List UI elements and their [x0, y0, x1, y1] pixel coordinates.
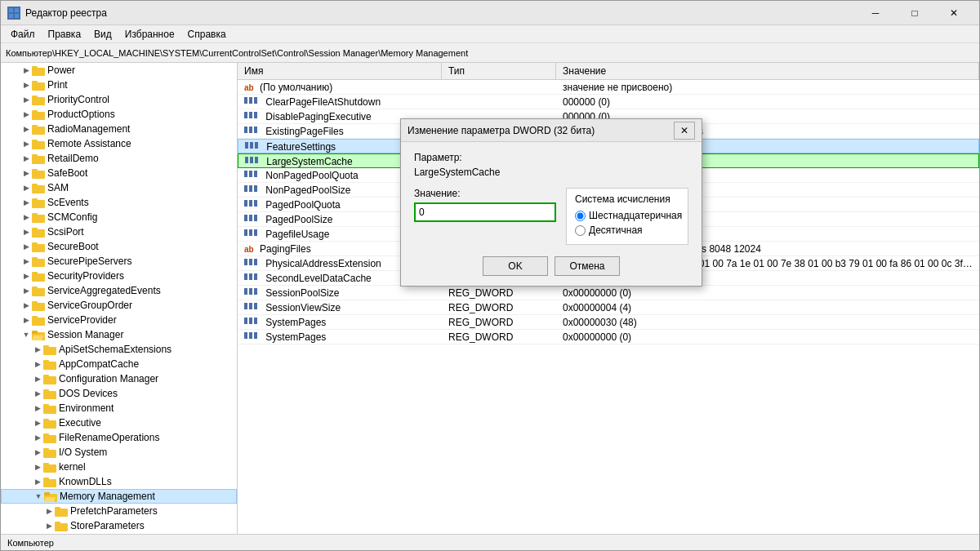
tree-label: I/O System — [59, 447, 107, 458]
tree-item-sessionmanager[interactable]: ▼ Session Manager — [1, 327, 237, 342]
svg-rect-5 — [32, 66, 38, 69]
radio-dec-label[interactable]: Десятичная — [575, 224, 679, 236]
tree-item-securepipeservers[interactable]: ▶ SecurePipeServers — [1, 254, 237, 269]
radio-hex-label[interactable]: Шестнадцатеричная — [575, 210, 679, 221]
value-name: SessionViewSize — [238, 300, 442, 314]
table-row[interactable]: SessionPoolSize REG_DWORD 0x00000000 (0) — [238, 286, 979, 300]
expand-icon: ▶ — [20, 109, 32, 120]
svg-rect-101 — [249, 215, 252, 221]
tree-item-servicegrouporder[interactable]: ▶ ServiceGroupOrder — [1, 298, 237, 313]
tree-item-serviceagg[interactable]: ▶ ServiceAggregatedEvents — [1, 283, 237, 298]
expand-icon: ▶ — [32, 344, 43, 355]
tree-item-remoteassistance[interactable]: ▶ Remote Assistance — [1, 136, 237, 151]
tree-item-securityproviders[interactable]: ▶ SecurityProviders — [1, 269, 237, 283]
value-input[interactable] — [414, 202, 556, 222]
menu-favorites[interactable]: Избранное — [118, 27, 181, 42]
value-data: 000000 (0) — [556, 96, 979, 109]
close-button[interactable]: ✕ — [935, 1, 973, 25]
svg-rect-2 — [9, 14, 13, 18]
header-value[interactable]: Значение — [556, 63, 979, 79]
svg-rect-76 — [244, 97, 247, 104]
tree-item-prioritycontrol[interactable]: ▶ PriorityControl — [1, 92, 237, 107]
menu-file[interactable]: Файл — [4, 27, 42, 42]
svg-rect-90 — [255, 157, 258, 163]
dword-icon — [244, 287, 260, 296]
maximize-button[interactable]: □ — [896, 1, 933, 25]
svg-rect-88 — [245, 157, 248, 163]
tree-item-dosdevices[interactable]: ▶ DOS Devices — [1, 386, 237, 401]
tree-item-kernel[interactable]: ▶ kernel — [1, 460, 237, 474]
menu-bar: Файл Правка Вид Избранное Справка — [1, 25, 979, 43]
folder-icon — [32, 94, 45, 105]
menu-view[interactable]: Вид — [87, 27, 118, 42]
table-row[interactable]: ab (По умолчанию) значение не присвоено) — [238, 80, 979, 95]
folder-icon — [43, 417, 56, 429]
table-row[interactable]: SystemPages REG_DWORD 0x00000000 (0) — [238, 330, 979, 344]
tree-item-configmgr[interactable]: ▶ Configuration Manager — [1, 371, 237, 386]
radio-hex-text: Шестнадцатеричная — [589, 210, 682, 221]
expand-icon: ▶ — [20, 79, 32, 91]
value-data: 0x00000000 (0) — [556, 287, 979, 300]
dword-icon — [244, 110, 260, 120]
header-type[interactable]: Тип — [442, 63, 556, 79]
table-row[interactable]: SystemPages REG_DWORD 0x00000030 (48) — [238, 315, 979, 330]
tree-item-print[interactable]: ▶ Print — [1, 78, 237, 92]
tree-item-sam[interactable]: ▶ SAM — [1, 180, 237, 195]
open-folder-icon — [44, 491, 57, 502]
tree-item-knowndlls[interactable]: ▶ KnownDLLs — [1, 474, 237, 489]
svg-rect-105 — [254, 229, 257, 236]
tree-item-serviceprovider[interactable]: ▶ ServiceProvider — [1, 313, 237, 327]
tree-item-secureboot[interactable]: ▶ SecureBoot — [1, 239, 237, 254]
expand-icon: ▶ — [20, 167, 32, 179]
tree-item-executive[interactable]: ▶ Executive — [1, 415, 237, 430]
svg-rect-115 — [244, 303, 247, 309]
tree-item-filerenameops[interactable]: ▶ FileRenameOperations — [1, 430, 237, 445]
tree-item-power[interactable]: ▶ Power — [1, 63, 237, 78]
svg-rect-1 — [15, 8, 19, 12]
tree-item-iosystem[interactable]: ▶ I/O System — [1, 445, 237, 460]
dialog-title-bar: Изменение параметра DWORD (32 бита) ✕ — [401, 119, 702, 142]
tree-label: ServiceAggregatedEvents — [47, 285, 161, 296]
radio-hex[interactable] — [575, 211, 586, 221]
expand-icon: ▶ — [32, 461, 43, 473]
tree-panel[interactable]: ▶ Power ▶ Print ▶ PriorityC — [1, 63, 238, 534]
folder-icon — [43, 373, 56, 384]
tree-item-scsiport[interactable]: ▶ ScsiPort — [1, 224, 237, 239]
menu-help[interactable]: Справка — [181, 27, 233, 42]
svg-marker-65 — [44, 497, 56, 502]
svg-rect-13 — [32, 125, 38, 128]
expand-icon: ▶ — [43, 505, 55, 517]
folder-icon — [43, 432, 56, 443]
tree-item-scmconfig[interactable]: ▶ SCMConfig — [1, 210, 237, 224]
table-row[interactable]: SessionViewSize REG_DWORD 0x00000004 (4) — [238, 300, 979, 315]
value-name: SessionPoolSize — [238, 286, 442, 300]
tree-item-radiomgmt[interactable]: ▶ RadioManagement — [1, 122, 237, 136]
svg-rect-122 — [249, 332, 252, 339]
svg-rect-21 — [32, 184, 38, 187]
tree-item-productoptions[interactable]: ▶ ProductOptions — [1, 107, 237, 122]
tree-item-appcompatcache[interactable]: ▶ AppCompatCache — [1, 357, 237, 371]
expand-icon: ▶ — [20, 197, 32, 208]
menu-edit[interactable]: Правка — [42, 27, 88, 42]
minimize-button[interactable]: ─ — [857, 1, 894, 25]
ab-icon: ab — [244, 83, 254, 92]
tree-item-scevents[interactable]: ▶ ScEvents — [1, 195, 237, 210]
tree-item-storeparams[interactable]: ▶ StoreParameters — [1, 518, 237, 533]
table-row[interactable]: ClearPageFileAtShutdown 000000 (0) — [238, 95, 979, 109]
tree-item-safeboot[interactable]: ▶ SafeBoot — [1, 166, 237, 180]
ok-button[interactable]: OK — [483, 256, 548, 276]
tree-item-apiset[interactable]: ▶ ApiSetSchemaExtensions — [1, 342, 237, 357]
tree-item-memorymgmt[interactable]: ▼ Memory Management — [1, 489, 237, 504]
svg-rect-77 — [249, 97, 252, 104]
radio-dec[interactable] — [575, 225, 586, 236]
folder-icon — [43, 388, 56, 399]
cancel-button[interactable]: Отмена — [555, 256, 620, 276]
dialog-close-button[interactable]: ✕ — [674, 122, 695, 140]
header-name[interactable]: Имя — [238, 63, 442, 79]
tree-item-environment[interactable]: ▶ Environment — [1, 401, 237, 415]
dword-icon — [244, 198, 260, 208]
svg-rect-17 — [32, 154, 38, 158]
svg-rect-91 — [244, 171, 247, 177]
tree-item-retaildemo[interactable]: ▶ RetailDemo — [1, 151, 237, 166]
tree-item-prefetchparams[interactable]: ▶ PrefetchParameters — [1, 504, 237, 518]
